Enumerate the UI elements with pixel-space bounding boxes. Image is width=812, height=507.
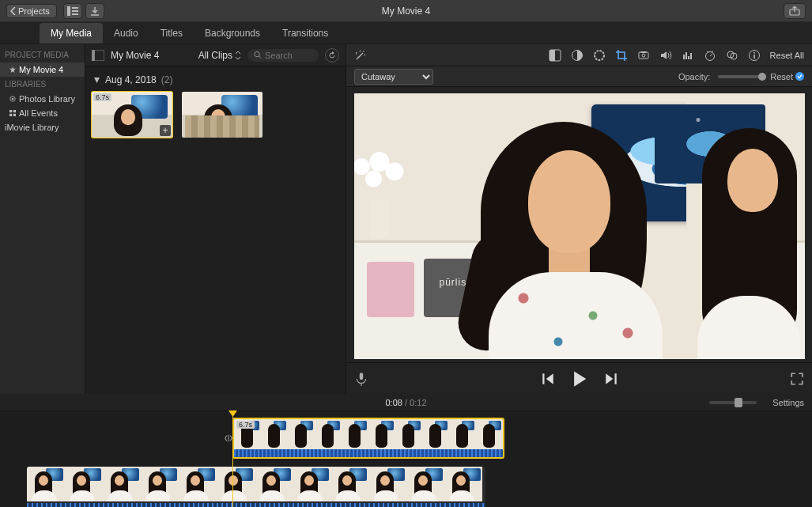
- svg-rect-32: [542, 373, 544, 384]
- info-icon[interactable]: [748, 49, 761, 62]
- stabilization-icon[interactable]: [637, 49, 650, 62]
- svg-rect-9: [13, 110, 16, 112]
- title-bar: Projects My Movie 4: [0, 0, 812, 22]
- enhance-wand-icon[interactable]: [354, 49, 367, 62]
- volume-icon[interactable]: [659, 49, 672, 62]
- window-title: My Movie 4: [382, 6, 430, 17]
- search-field[interactable]: [247, 49, 319, 62]
- clips-filter-label: All Clips: [198, 50, 232, 61]
- disclosure-triangle-icon: [93, 77, 100, 84]
- appearance-button[interactable]: [325, 48, 339, 62]
- svg-rect-22: [639, 52, 648, 59]
- tab-transitions[interactable]: Transitions: [271, 23, 339, 44]
- svg-rect-23: [640, 51, 646, 53]
- color-balance-icon[interactable]: [549, 49, 561, 62]
- color-wheel-icon[interactable]: [593, 49, 606, 62]
- svg-rect-31: [360, 373, 364, 380]
- overlay-reset-button[interactable]: Reset: [770, 72, 804, 81]
- opacity-slider[interactable]: [718, 75, 762, 78]
- grid-icon: [9, 110, 16, 116]
- clip-thumbnail-1[interactable]: 6.7s +: [92, 92, 172, 138]
- previous-button[interactable]: [541, 372, 555, 386]
- svg-point-24: [642, 54, 645, 57]
- sidebar-all-events[interactable]: All Events: [0, 106, 85, 120]
- trim-handle-icon[interactable]: [225, 421, 232, 456]
- library-list-toggle-button[interactable]: [63, 3, 82, 19]
- toggle-sidebar-icon[interactable]: [92, 50, 104, 61]
- overlay-settings-panel: Cutaway Opacity: Reset: [346, 66, 812, 87]
- sidebar-imovie-library[interactable]: iMovie Library: [0, 120, 85, 134]
- overlay-mode-select[interactable]: Cutaway: [354, 69, 433, 85]
- timeline-area: 0:08 / 0:12 Settings 6.7s: [0, 394, 812, 507]
- tab-my-media[interactable]: My Media: [40, 23, 103, 44]
- clips-filter-dropdown[interactable]: All Clips: [198, 50, 241, 61]
- svg-rect-19: [550, 50, 555, 61]
- timeline-zoom-slider[interactable]: [709, 401, 757, 404]
- voiceover-mic-icon[interactable]: [354, 372, 368, 386]
- noise-eq-icon[interactable]: [682, 49, 694, 62]
- browser-toolbar: My Movie 4 All Clips: [85, 44, 346, 66]
- svg-line-15: [259, 56, 262, 59]
- add-clip-plus-button[interactable]: +: [160, 125, 171, 136]
- updown-icon: [235, 51, 241, 59]
- search-input[interactable]: [265, 51, 312, 60]
- playhead[interactable]: [232, 411, 233, 507]
- main-area: PROJECT MEDIA My Movie 4 LIBRARIES Photo…: [0, 44, 812, 394]
- crop-icon[interactable]: [615, 49, 628, 62]
- speed-icon[interactable]: [704, 49, 716, 62]
- photos-library-label: Photos Library: [19, 94, 75, 104]
- svg-rect-30: [753, 52, 755, 54]
- svg-point-7: [12, 98, 13, 100]
- transport-bar: [346, 362, 812, 394]
- viewer-adjust-toolbar: Reset All: [346, 44, 812, 66]
- clip-duration-badge: 6.7s: [93, 93, 111, 101]
- preview-container: pūrlisse: [346, 87, 812, 362]
- back-to-projects-button[interactable]: Projects: [6, 4, 57, 18]
- reset-all-button[interactable]: Reset All: [770, 51, 804, 60]
- adjust-tool-icons: Reset All: [549, 44, 804, 66]
- primary-storyline-clip[interactable]: [27, 467, 485, 507]
- sidebar-photos-library[interactable]: Photos Library: [0, 92, 85, 106]
- applied-indicator-icon: [795, 72, 804, 81]
- primary-clip-frames: [27, 467, 482, 501]
- fullscreen-button[interactable]: [790, 372, 804, 386]
- color-correction-icon[interactable]: [571, 49, 584, 62]
- browser-event-name: My Movie 4: [111, 50, 159, 61]
- slider-knob[interactable]: [758, 73, 766, 81]
- date-group-header[interactable]: Aug 4, 2018 (2): [92, 71, 339, 89]
- svg-point-16: [363, 51, 364, 52]
- svg-rect-0: [67, 6, 70, 16]
- overlay-clip-frames: [234, 419, 503, 449]
- star-icon: [9, 66, 16, 73]
- timecode-display: 0:08 / 0:12: [385, 398, 426, 407]
- sidebar-project-event[interactable]: My Movie 4: [0, 62, 85, 77]
- media-browser: My Movie 4 All Clips Aug 4, 2018 (2): [85, 44, 346, 394]
- all-events-label: All Events: [19, 108, 58, 118]
- video-preview[interactable]: pūrlisse: [354, 93, 805, 359]
- opacity-label: Opacity:: [678, 72, 710, 81]
- timeline-settings-button[interactable]: Settings: [772, 398, 804, 407]
- libraries-header: LIBRARIES: [0, 77, 85, 92]
- tab-backgrounds[interactable]: Backgrounds: [194, 23, 271, 44]
- next-button[interactable]: [604, 372, 618, 386]
- date-count: (2): [161, 74, 173, 85]
- share-button[interactable]: [784, 3, 806, 19]
- viewer-pane: Reset All Cutaway Opacity: Reset pūrliss: [346, 44, 812, 394]
- clip-thumbnail-2[interactable]: [182, 92, 262, 138]
- date-label: Aug 4, 2018: [105, 74, 157, 85]
- filters-icon[interactable]: [726, 49, 738, 62]
- tab-audio[interactable]: Audio: [103, 23, 149, 44]
- browser-body: Aug 4, 2018 (2) 6.7s +: [85, 66, 346, 394]
- tab-titles[interactable]: Titles: [149, 23, 194, 44]
- flower-icon: [9, 96, 16, 102]
- zoom-knob[interactable]: [735, 398, 742, 407]
- overlay-clip-duration: 6.7s: [236, 421, 255, 429]
- overlay-reset-label: Reset: [770, 72, 793, 81]
- svg-rect-11: [13, 114, 16, 116]
- svg-rect-29: [753, 55, 755, 59]
- play-button[interactable]: [571, 370, 588, 388]
- timeline-tracks[interactable]: 6.7s: [0, 411, 812, 507]
- import-media-button[interactable]: [85, 3, 104, 19]
- overlay-clip[interactable]: 6.7s: [232, 418, 504, 459]
- svg-rect-12: [92, 50, 95, 61]
